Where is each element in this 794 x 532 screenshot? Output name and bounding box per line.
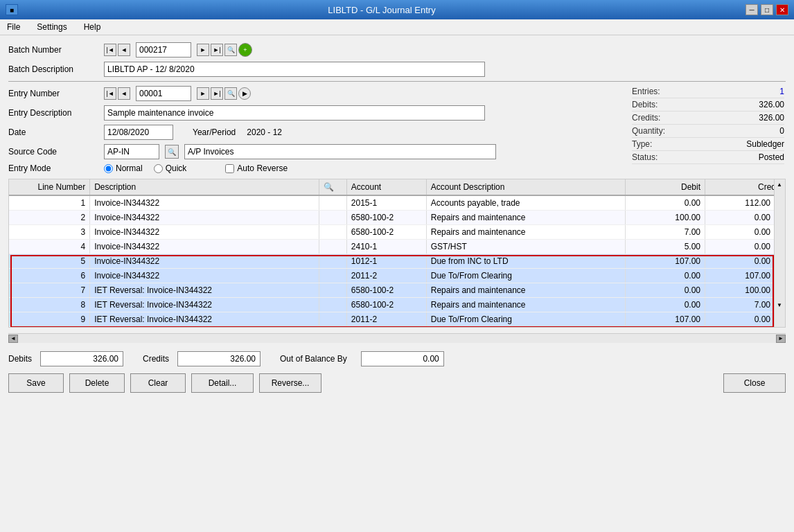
entry-play-button[interactable]: ▶ (238, 87, 251, 100)
cell-empty (319, 283, 346, 298)
close-window-button[interactable]: ✕ (776, 4, 788, 15)
col-debit: Debit (626, 179, 705, 195)
batch-prev-button[interactable]: ◄ (118, 44, 130, 56)
table-row[interactable]: 8 IET Reversal: Invoice-IN344322 6580-10… (9, 298, 785, 312)
scroll-down-button[interactable]: ▼ (775, 300, 784, 310)
source-desc-input[interactable] (184, 144, 496, 159)
batch-last-button[interactable]: ►| (211, 44, 223, 56)
cell-debit: 0.00 (626, 298, 705, 312)
table-row[interactable]: 3 Invoice-IN344322 6580-100-2 Repairs an… (9, 225, 785, 240)
cell-description: IET Reversal: Invoice-IN344322 (90, 312, 319, 327)
batch-next-button[interactable]: ► (197, 44, 209, 56)
journal-table-container: Line Number Description 🔍 Account Accoun… (8, 179, 786, 343)
cell-account: 2410-1 (346, 240, 426, 254)
cell-credit: 0.00 (705, 225, 785, 240)
cell-line: 6 (9, 269, 90, 283)
table-row[interactable]: 9 IET Reversal: Invoice-IN344322 2011-2 … (9, 312, 785, 327)
cell-account-desc: Accounts payable, trade (426, 195, 625, 211)
date-input[interactable] (104, 125, 173, 140)
menu-settings[interactable]: Settings (33, 21, 71, 33)
entry-desc-label: Entry Description (8, 108, 98, 118)
reverse-button[interactable]: Reverse... (259, 373, 321, 393)
bottom-debits-input (40, 351, 123, 366)
delete-button[interactable]: Delete (69, 373, 125, 393)
title-bar: ■ LIBLTD - G/L Journal Entry ─ □ ✕ (0, 0, 794, 19)
cell-credit: 107.00 (705, 269, 785, 283)
cell-empty (319, 211, 346, 225)
cell-line: 9 (9, 312, 90, 327)
menu-file[interactable]: File (3, 21, 24, 33)
auto-reverse-option[interactable]: Auto Reverse (225, 163, 288, 173)
bottom-debits-label: Debits (8, 354, 32, 364)
table-row[interactable]: 1 Invoice-IN344322 2015-1 Accounts payab… (9, 195, 785, 211)
cell-account: 6580-100-2 (346, 283, 426, 298)
cell-empty (319, 240, 346, 254)
restore-button[interactable]: □ (761, 4, 773, 15)
batch-add-button[interactable]: + (238, 43, 252, 57)
out-of-balance-input (361, 351, 444, 366)
cell-line: 3 (9, 225, 90, 240)
batch-first-button[interactable]: |◄ (104, 44, 116, 56)
batch-number-row: Batch Number |◄ ◄ ► ►| 🔍 + (8, 42, 786, 57)
entries-value: 1 (779, 87, 784, 96)
source-search-button[interactable]: 🔍 (165, 145, 179, 159)
table-row[interactable]: 4 Invoice-IN344322 2410-1 GST/HST 5.00 0… (9, 240, 785, 254)
save-button[interactable]: Save (8, 373, 64, 393)
detail-button[interactable]: Detail... (191, 373, 254, 393)
table-row[interactable]: 5 Invoice-IN344322 1012-1 Due from INC t… (9, 254, 785, 269)
quick-radio-label: Quick (166, 163, 187, 173)
batch-desc-input[interactable] (104, 62, 485, 77)
normal-radio-label: Normal (116, 163, 143, 173)
debits-label: Debits: (632, 100, 658, 109)
window-title: LIBLTD - G/L Journal Entry (18, 5, 746, 15)
entry-number-input[interactable] (136, 86, 191, 101)
scroll-left-button[interactable]: ◄ (8, 335, 18, 343)
cell-empty (319, 269, 346, 283)
entry-last-button[interactable]: ►| (211, 87, 223, 100)
quantity-label: Quantity: (632, 126, 665, 136)
horizontal-scrollbar[interactable]: ◄ ► (8, 333, 786, 343)
entry-next-button[interactable]: ► (197, 87, 209, 100)
normal-radio[interactable] (104, 164, 113, 173)
cell-credit: 7.00 (705, 298, 785, 312)
app-icon[interactable]: ■ (6, 4, 18, 15)
cell-account: 6580-100-2 (346, 225, 426, 240)
clear-button[interactable]: Clear (130, 373, 186, 393)
menu-help[interactable]: Help (80, 21, 105, 33)
cell-line: 8 (9, 298, 90, 312)
table-scrollbar[interactable]: ▲ ▼ (774, 179, 785, 327)
source-code-input[interactable] (104, 144, 159, 159)
batch-search-button[interactable]: 🔍 (224, 44, 237, 56)
quick-radio-option[interactable]: Quick (154, 163, 187, 173)
status-value: Posted (759, 152, 784, 162)
entry-first-button[interactable]: |◄ (104, 87, 116, 100)
bottom-credits-input (177, 351, 261, 366)
cell-description: IET Reversal: Invoice-IN344322 (90, 298, 319, 312)
table-row[interactable]: 6 Invoice-IN344322 2011-2 Due To/From Cl… (9, 269, 785, 283)
cell-account: 6580-100-2 (346, 211, 426, 225)
cell-account: 2011-2 (346, 312, 426, 327)
entry-desc-input[interactable] (104, 105, 485, 121)
col-search-icon[interactable]: 🔍 (319, 179, 346, 195)
cell-credit: 0.00 (705, 254, 785, 269)
normal-radio-option[interactable]: Normal (104, 163, 143, 173)
minimize-button[interactable]: ─ (746, 4, 758, 15)
cell-debit: 5.00 (626, 240, 705, 254)
batch-number-input[interactable] (136, 42, 191, 57)
auto-reverse-checkbox[interactable] (225, 164, 234, 173)
entry-search-button[interactable]: 🔍 (224, 87, 237, 100)
auto-reverse-label: Auto Reverse (237, 163, 288, 173)
cell-debit: 107.00 (626, 254, 705, 269)
scroll-right-button[interactable]: ► (776, 335, 786, 343)
cell-debit: 7.00 (626, 225, 705, 240)
credits-label: Credits: (632, 113, 660, 123)
table-row[interactable]: 2 Invoice-IN344322 6580-100-2 Repairs an… (9, 211, 785, 225)
table-row[interactable]: 7 IET Reversal: Invoice-IN344322 6580-10… (9, 283, 785, 298)
close-button[interactable]: Close (723, 373, 786, 393)
entry-number-label: Entry Number (8, 89, 98, 98)
scroll-up-button[interactable]: ▲ (775, 179, 784, 189)
entry-prev-button[interactable]: ◄ (118, 87, 130, 100)
cell-description: Invoice-IN344322 (90, 269, 319, 283)
cell-line: 5 (9, 254, 90, 269)
quick-radio[interactable] (154, 164, 163, 173)
